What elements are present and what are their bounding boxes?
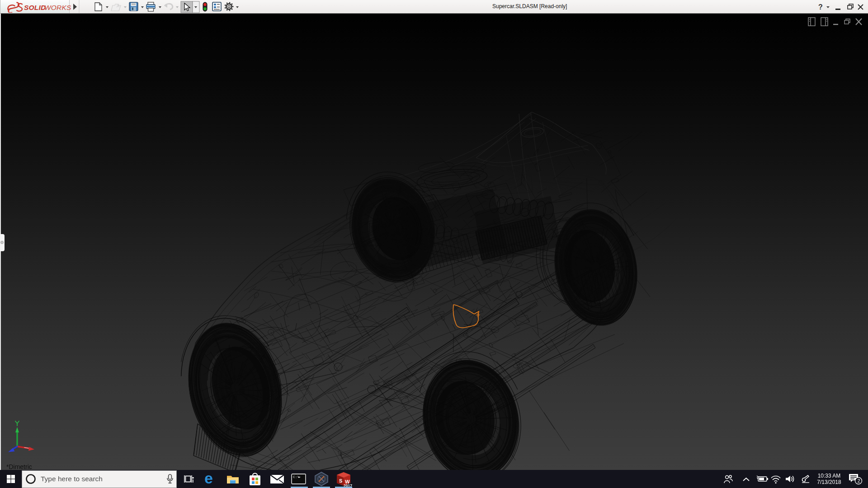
svg-text:?: ? <box>818 3 823 11</box>
svg-text:S: S <box>339 478 342 483</box>
svg-text:SOLID: SOLID <box>24 4 46 11</box>
svg-text:WORKS: WORKS <box>44 4 71 11</box>
svg-text:e: e <box>204 470 213 487</box>
svg-text:2: 2 <box>858 478 860 483</box>
